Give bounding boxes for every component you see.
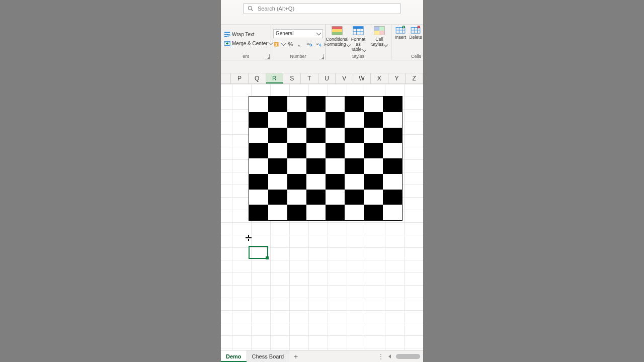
column-header[interactable]: V [336,73,353,83]
board-square[interactable] [306,190,326,205]
spreadsheet-grid[interactable] [221,84,423,350]
board-square[interactable] [268,128,287,143]
board-square[interactable] [268,143,287,158]
board-square[interactable] [364,97,383,112]
dialog-launcher-icon[interactable] [265,54,270,59]
board-square[interactable] [383,190,402,205]
board-square[interactable] [345,128,364,143]
board-square[interactable] [306,205,326,220]
board-square[interactable] [345,158,364,174]
decrease-decimal-button[interactable]: .0 [314,40,323,49]
board-square[interactable] [345,143,364,158]
column-header[interactable]: Z [406,73,423,83]
board-square[interactable] [287,174,306,190]
board-square[interactable] [326,143,345,158]
column-header[interactable] [221,73,231,83]
board-square[interactable] [383,143,402,158]
conditional-formatting-button[interactable]: Conditional Formatting [327,26,347,47]
board-square[interactable] [364,205,383,220]
board-square[interactable] [268,97,287,112]
dialog-launcher-icon[interactable] [319,54,324,59]
board-square[interactable] [326,205,345,220]
fill-handle[interactable] [266,256,269,259]
sheet-tab[interactable]: Demo [221,350,247,362]
board-square[interactable] [287,190,306,205]
board-square[interactable] [345,205,364,220]
board-square[interactable] [249,190,268,205]
board-square[interactable] [306,143,326,158]
board-square[interactable] [364,112,383,128]
board-square[interactable] [345,190,364,205]
board-square[interactable] [326,158,345,174]
board-square[interactable] [364,143,383,158]
board-square[interactable] [383,128,402,143]
board-square[interactable] [326,174,345,190]
board-square[interactable] [383,158,402,174]
sheet-tab[interactable]: Chess Board [247,350,290,362]
board-square[interactable] [249,143,268,158]
number-format-select[interactable]: General [273,29,323,38]
board-square[interactable] [249,174,268,190]
board-square[interactable] [306,97,326,112]
board-square[interactable] [326,97,345,112]
board-square[interactable] [249,112,268,128]
board-square[interactable] [326,190,345,205]
board-square[interactable] [287,158,306,174]
board-square[interactable] [268,190,287,205]
board-square[interactable] [383,97,402,112]
board-square[interactable] [306,128,326,143]
board-square[interactable] [326,128,345,143]
board-square[interactable] [268,205,287,220]
format-as-table-button[interactable]: Format as Table [348,26,368,52]
board-square[interactable] [268,174,287,190]
cell-styles-button[interactable]: Cell Styles [369,26,389,47]
add-sheet-button[interactable]: + [289,350,302,362]
board-square[interactable] [287,128,306,143]
column-header[interactable]: S [283,73,301,83]
board-square[interactable] [364,190,383,205]
horizontal-scrollbar[interactable] [396,354,420,359]
board-square[interactable] [287,205,306,220]
column-header[interactable]: P [231,73,249,83]
board-square[interactable] [287,143,306,158]
board-square[interactable] [306,112,326,128]
accounting-format-button[interactable]: $ [273,40,282,49]
board-square[interactable] [249,205,268,220]
insert-cells-button[interactable]: Insert [393,26,408,41]
board-square[interactable] [345,97,364,112]
scroll-tabs-left-button[interactable] [386,350,394,362]
column-header[interactable]: Y [388,73,406,83]
board-square[interactable] [364,158,383,174]
board-square[interactable] [287,97,306,112]
board-square[interactable] [364,128,383,143]
board-square[interactable] [249,158,268,174]
column-header[interactable]: W [353,73,371,83]
board-square[interactable] [364,174,383,190]
merge-center-button[interactable]: Merge & Center [223,40,274,47]
board-square[interactable] [249,128,268,143]
board-square[interactable] [306,158,326,174]
board-square[interactable] [345,174,364,190]
column-header[interactable]: Q [249,73,266,83]
board-square[interactable] [287,112,306,128]
chessboard-range[interactable] [249,96,403,221]
column-header[interactable]: X [371,73,388,83]
search-input[interactable]: Search (Alt+Q) [243,3,401,14]
board-square[interactable] [383,112,402,128]
column-header[interactable]: R [266,73,284,83]
comma-style-button[interactable]: , [295,40,304,49]
column-header[interactable]: T [301,73,318,83]
delete-cells-button[interactable]: Delete [410,26,422,41]
board-square[interactable] [326,112,345,128]
board-square[interactable] [268,158,287,174]
tab-options-button[interactable]: ⋮ [376,350,386,362]
column-header[interactable]: U [318,73,336,83]
board-square[interactable] [345,112,364,128]
board-square[interactable] [249,97,268,112]
board-square[interactable] [268,112,287,128]
wrap-text-button[interactable]: Wrap Text [223,31,256,38]
percent-button[interactable]: % [286,40,295,49]
board-square[interactable] [306,174,326,190]
increase-decimal-button[interactable]: .00 [305,40,313,49]
active-cell[interactable] [249,246,268,259]
